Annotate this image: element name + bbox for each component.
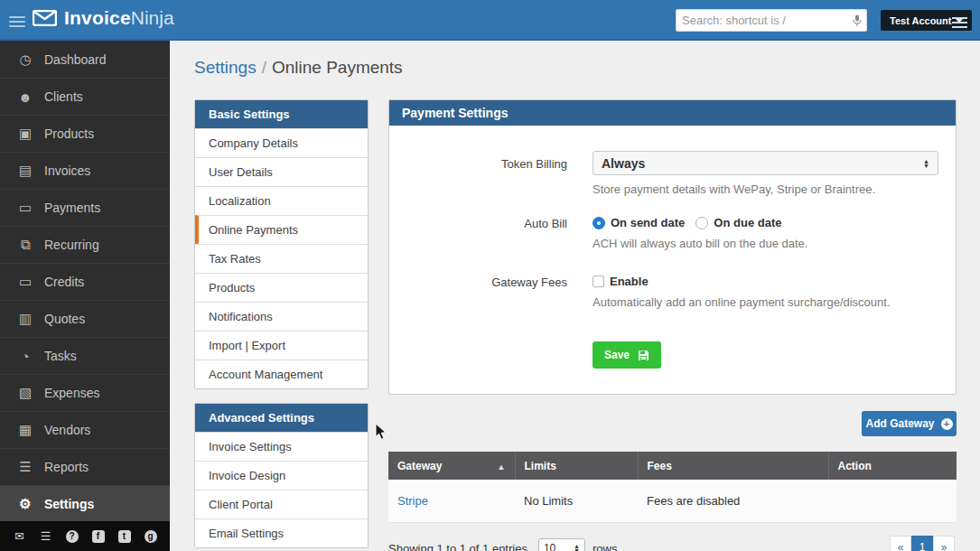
gateway-action-cell: [828, 480, 957, 522]
column-header-limits[interactable]: Limits: [515, 452, 638, 480]
menu-item-invoice-design[interactable]: Invoice Design: [195, 461, 368, 490]
page-title: Online Payments: [272, 58, 403, 77]
dashboard-icon: ◷: [14, 51, 36, 68]
token-billing-value: Always: [602, 156, 923, 171]
twitter-icon[interactable]: t: [117, 529, 132, 544]
mouse-cursor: [375, 423, 387, 441]
column-header-action[interactable]: Action: [828, 452, 957, 480]
search-input[interactable]: [677, 14, 848, 27]
sidebar-item-settings[interactable]: ⚙Settings: [0, 485, 170, 522]
sidebar-item-label: Products: [44, 126, 94, 141]
clock-icon: ◔: [14, 349, 36, 364]
gateway-fees-enable-label[interactable]: Enable: [610, 275, 649, 288]
sidebar-item-label: Recurring: [44, 238, 99, 252]
table-row: Stripe No Limits Fees are disabled: [388, 480, 957, 522]
rows-label: rows: [593, 542, 617, 551]
menu-item-notifications[interactable]: Notifications: [195, 302, 368, 331]
page-size-value: 10: [544, 542, 574, 551]
add-gateway-label: Add Gateway: [865, 417, 934, 430]
page-size-select[interactable]: 10 ▲▼: [538, 538, 585, 551]
add-gateway-button[interactable]: Add Gateway +: [862, 411, 957, 436]
auto-bill-help: ACH will always auto bill on the due dat…: [593, 237, 807, 250]
cube-icon: ▣: [14, 126, 36, 142]
sidebar-item-reports[interactable]: ☰Reports: [0, 448, 170, 485]
menu-item-user-details[interactable]: User Details: [195, 157, 368, 186]
auto-bill-on-send-label[interactable]: On send date: [611, 216, 685, 229]
token-billing-label: Token Billing: [501, 157, 567, 171]
pagination-page-1-button[interactable]: 1: [911, 536, 933, 551]
sidebar-item-expenses[interactable]: ▧Expenses: [0, 374, 170, 411]
pagination: « 1 »: [890, 536, 955, 551]
account-dropdown-label: Test Account: [890, 15, 951, 26]
gateway-fees-cell: Fees are disabled: [638, 480, 828, 522]
sidebar-item-tasks[interactable]: ◔Tasks: [0, 337, 170, 374]
menu-item-client-portal[interactable]: Client Portal: [195, 490, 368, 518]
save-button-label: Save: [604, 349, 630, 361]
basic-settings-menu: Basic Settings Company Details User Deta…: [194, 99, 369, 389]
gateways-table-header-row: Gateway▲ Limits Fees Action: [388, 452, 957, 480]
sidebar-item-clients[interactable]: ☻Clients: [0, 78, 170, 115]
menu-item-products[interactable]: Products: [195, 273, 368, 302]
sidebar-item-vendors[interactable]: ▦Vendors: [0, 411, 170, 448]
token-billing-select[interactable]: Always ▲▼: [593, 151, 938, 175]
advanced-settings-header: Advanced Settings: [195, 404, 368, 432]
sidebar-item-label: Credits: [44, 275, 84, 289]
list-icon[interactable]: ☰: [39, 529, 53, 544]
help-icon[interactable]: ?: [65, 529, 79, 544]
sidebar-item-invoices[interactable]: ▤Invoices: [0, 152, 170, 189]
menu-item-tax-rates[interactable]: Tax Rates: [195, 244, 368, 273]
menu-item-account-management[interactable]: Account Management: [195, 360, 368, 388]
sort-asc-icon: ▲: [498, 462, 506, 472]
sidebar-toggle-icon[interactable]: [9, 14, 25, 30]
menu-item-invoice-settings[interactable]: Invoice Settings: [195, 432, 368, 461]
breadcrumb-separator: /: [262, 58, 266, 77]
sidebar-item-dashboard[interactable]: ◷Dashboard: [0, 41, 170, 78]
history-menu-icon[interactable]: [952, 14, 967, 31]
column-header-fees[interactable]: Fees: [638, 452, 828, 480]
pagination-next-button[interactable]: »: [933, 536, 955, 551]
list-icon: ☰: [14, 459, 36, 475]
app-logo[interactable]: InvoiceNinja: [33, 7, 174, 29]
users-icon: ☻: [14, 89, 36, 105]
breadcrumb: Settings/Online Payments: [194, 58, 403, 78]
floppy-disk-icon: [638, 350, 649, 361]
auto-bill-label: Auto Bill: [524, 217, 567, 230]
advanced-settings-menu: Advanced Settings Invoice Settings Invoi…: [194, 403, 369, 548]
github-icon[interactable]: g: [144, 529, 158, 544]
payment-settings-title: Payment Settings: [389, 100, 956, 126]
email-icon[interactable]: ✉: [13, 529, 27, 544]
sidebar-item-label: Dashboard: [44, 52, 107, 67]
auto-bill-on-due-radio[interactable]: [695, 217, 708, 229]
menu-item-email-settings[interactable]: Email Settings: [195, 518, 368, 547]
gateways-table: Gateway▲ Limits Fees Action Stripe No Li…: [388, 452, 957, 523]
gateway-fees-enable-checkbox[interactable]: [593, 276, 604, 287]
auto-bill-on-due-label[interactable]: On due date: [714, 216, 781, 229]
brand-name-bold: Invoice: [64, 7, 131, 29]
gateway-stripe-link[interactable]: Stripe: [397, 494, 428, 508]
sidebar-item-label: Settings: [44, 497, 94, 511]
pagination-prev-button[interactable]: «: [890, 536, 911, 551]
breadcrumb-settings-link[interactable]: Settings: [194, 58, 257, 77]
gear-icon: ⚙: [14, 496, 36, 512]
menu-item-company-details[interactable]: Company Details: [195, 128, 368, 157]
facebook-icon[interactable]: f: [91, 529, 106, 544]
plus-circle-icon: +: [941, 418, 953, 430]
sidebar-item-label: Quotes: [44, 312, 85, 326]
basic-settings-header: Basic Settings: [195, 100, 368, 128]
sidebar-item-quotes[interactable]: ▥Quotes: [0, 300, 170, 337]
sidebar-item-recurring[interactable]: ⧉Recurring: [0, 226, 170, 263]
showing-entries-text: Showing 1 to 1 of 1 entries: [388, 542, 527, 551]
copy-icon: ⧉: [14, 237, 36, 253]
microphone-icon[interactable]: [848, 14, 866, 27]
sidebar-item-credits[interactable]: ▭Credits: [0, 263, 170, 300]
column-header-gateway[interactable]: Gateway▲: [388, 452, 515, 480]
sidebar-item-products[interactable]: ▣Products: [0, 115, 170, 152]
sidebar-item-payments[interactable]: ▭Payments: [0, 189, 170, 226]
save-button[interactable]: Save: [593, 341, 661, 369]
menu-item-import-export[interactable]: Import | Export: [195, 331, 368, 360]
gateway-fees-help: Automatically add an online payment surc…: [593, 295, 891, 309]
menu-item-online-payments[interactable]: Online Payments: [195, 215, 368, 244]
auto-bill-on-send-radio[interactable]: [593, 217, 605, 229]
file-icon: ▤: [14, 163, 36, 179]
menu-item-localization[interactable]: Localization: [195, 186, 368, 215]
